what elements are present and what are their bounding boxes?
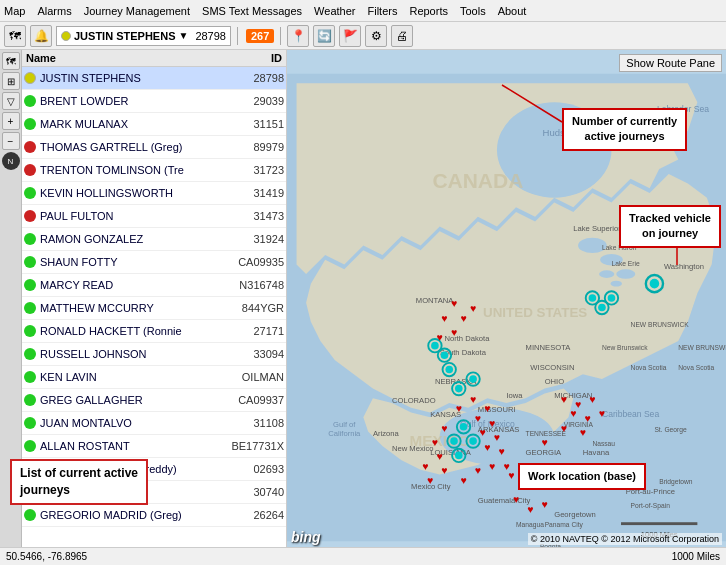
svg-text:New Mexico: New Mexico: [392, 444, 434, 453]
svg-text:♥: ♥: [441, 466, 447, 477]
journey-status-dot: [24, 72, 36, 84]
journey-id: 27171: [224, 325, 284, 337]
flag-btn[interactable]: 🚩: [339, 25, 361, 47]
svg-text:Panama City: Panama City: [545, 521, 584, 529]
journey-list-row[interactable]: KEVIN HOLLINGSWORTH31419: [22, 182, 286, 205]
svg-text:Arizona: Arizona: [373, 429, 400, 438]
svg-rect-114: [621, 522, 697, 525]
track-btn[interactable]: 📍: [287, 25, 309, 47]
svg-point-113: [650, 279, 660, 289]
journey-list-row[interactable]: RAMON GONZALEZ31924: [22, 228, 286, 251]
journey-list-row[interactable]: MARCY READN316748: [22, 274, 286, 297]
bing-logo: bing: [291, 529, 321, 545]
tracked-vehicle-label: Tracked vehicleon journey: [629, 212, 711, 239]
show-route-button[interactable]: Show Route Pane: [619, 54, 722, 72]
svg-text:♥: ♥: [527, 504, 533, 515]
journey-id: N316748: [224, 279, 284, 291]
journey-list-row[interactable]: ALLAN ROSTANTBE17731X: [22, 435, 286, 458]
map-btn[interactable]: 🗺: [4, 25, 26, 47]
sidebar-layers-icon[interactable]: ⊞: [2, 72, 20, 90]
coordinates: 50.5466, -76.8965: [6, 551, 87, 562]
journey-list-row[interactable]: BRENT LOWDER29039: [22, 90, 286, 113]
menu-journey[interactable]: Journey Management: [84, 5, 190, 17]
svg-text:Nova Scotia: Nova Scotia: [678, 364, 714, 371]
journey-list-row[interactable]: RUSSELL JOHNSON33094: [22, 343, 286, 366]
journey-list-row[interactable]: JUAN MONTALVO31108: [22, 412, 286, 435]
journey-list-row[interactable]: GREG GALLAGHERCA09937: [22, 389, 286, 412]
journey-status-dot: [24, 325, 36, 337]
journey-id: 89979: [224, 141, 284, 153]
menu-weather[interactable]: Weather: [314, 5, 355, 17]
journey-list-row[interactable]: THOMAS GARTRELL (Greg)89979: [22, 136, 286, 159]
journey-id: 31924: [224, 233, 284, 245]
settings-btn[interactable]: ⚙: [365, 25, 387, 47]
svg-text:♥: ♥: [480, 427, 486, 438]
svg-text:Mexico City: Mexico City: [411, 482, 451, 491]
journey-list-row[interactable]: PAUL FULTON31473: [22, 205, 286, 228]
svg-point-63: [455, 452, 463, 460]
svg-text:♥: ♥: [561, 394, 567, 405]
active-journeys-annotation: Number of currentlyactive journeys: [562, 108, 687, 151]
active-journey-count: 267: [246, 29, 274, 43]
journey-name: RAMON GONZALEZ: [40, 233, 224, 245]
menu-sms[interactable]: SMS Text Messages: [202, 5, 302, 17]
list-annotation-box: List of current activejourneys: [10, 459, 148, 505]
journey-list-row[interactable]: TRENTON TOMLINSON (Tre31723: [22, 159, 286, 182]
journey-list-row[interactable]: GREGORIO MADRID (Greg)26264: [22, 504, 286, 527]
svg-text:♥: ♥: [599, 408, 605, 419]
menu-tools[interactable]: Tools: [460, 5, 486, 17]
svg-text:NEW BRUNSWICK: NEW BRUNSWICK: [678, 344, 726, 351]
svg-text:♥: ♥: [542, 499, 548, 510]
svg-text:♥: ♥: [570, 408, 576, 419]
journey-id: 31473: [224, 210, 284, 222]
journey-id: 844YGR: [224, 302, 284, 314]
svg-text:♥: ♥: [580, 427, 586, 438]
menubar: Map Alarms Journey Management SMS Text M…: [0, 0, 726, 22]
sidebar-zoom-out-icon[interactable]: −: [2, 132, 20, 150]
journey-list-row[interactable]: MARK MULANAX31151: [22, 113, 286, 136]
svg-text:Washington: Washington: [664, 262, 704, 271]
journey-list-row[interactable]: SHAUN FOTTYCA09935: [22, 251, 286, 274]
journey-list-row[interactable]: MATTHEW MCCURRY844YGR: [22, 297, 286, 320]
svg-text:Iowa: Iowa: [507, 391, 524, 400]
menu-filters[interactable]: Filters: [367, 5, 397, 17]
map-area[interactable]: CANADA UNITED STATES MEXICO Hudson Bay L…: [287, 50, 726, 565]
svg-text:♥: ♥: [470, 394, 476, 405]
svg-text:Nova Scotia: Nova Scotia: [631, 364, 667, 371]
svg-text:♥: ♥: [484, 442, 490, 453]
svg-point-55: [431, 342, 439, 350]
sidebar-compass-icon[interactable]: N: [2, 152, 20, 170]
menu-map[interactable]: Map: [4, 5, 25, 17]
toolbar: 🗺 🔔 JUSTIN STEPHENS ▼ 28798 267 📍 🔄 🚩 ⚙ …: [0, 22, 726, 50]
journey-name: KEN LAVIN: [40, 371, 224, 383]
svg-text:♥: ♥: [441, 313, 447, 324]
menu-alarms[interactable]: Alarms: [37, 5, 71, 17]
work-location-annotation: Work location (base): [518, 463, 646, 490]
menu-reports[interactable]: Reports: [409, 5, 448, 17]
alarms-btn[interactable]: 🔔: [30, 25, 52, 47]
svg-text:Lake Superior: Lake Superior: [573, 224, 621, 233]
map-copyright: © 2010 NAVTEQ © 2012 Microsoft Corporati…: [528, 533, 722, 545]
refresh-btn[interactable]: 🔄: [313, 25, 335, 47]
svg-text:MINNESOTA: MINNESOTA: [526, 343, 572, 352]
vehicle-dropdown-icon[interactable]: ▼: [178, 30, 188, 41]
svg-text:♥: ♥: [484, 403, 490, 414]
journey-list-row[interactable]: JUSTIN STEPHENS28798: [22, 67, 286, 90]
svg-text:♥: ♥: [422, 461, 428, 472]
journey-id: 31723: [224, 164, 284, 176]
journey-status-dot: [24, 95, 36, 107]
svg-point-69: [608, 294, 616, 302]
sidebar-map-icon[interactable]: 🗺: [2, 52, 20, 70]
journey-status-dot: [24, 417, 36, 429]
journey-list-row[interactable]: RONALD HACKETT (Ronnie27171: [22, 320, 286, 343]
menu-about[interactable]: About: [498, 5, 527, 17]
svg-text:♥: ♥: [460, 475, 466, 486]
bottom-bar: 50.5466, -76.8965 1000 Miles: [0, 547, 726, 565]
sidebar-zoom-icon[interactable]: +: [2, 112, 20, 130]
vehicle-selector[interactable]: JUSTIN STEPHENS ▼ 28798: [56, 26, 231, 46]
sidebar-filter-icon[interactable]: ▽: [2, 92, 20, 110]
print-btn[interactable]: 🖨: [391, 25, 413, 47]
svg-text:COLORADO: COLORADO: [392, 396, 436, 405]
svg-point-49: [445, 366, 453, 374]
journey-list-row[interactable]: KEN LAVINOILMAN: [22, 366, 286, 389]
